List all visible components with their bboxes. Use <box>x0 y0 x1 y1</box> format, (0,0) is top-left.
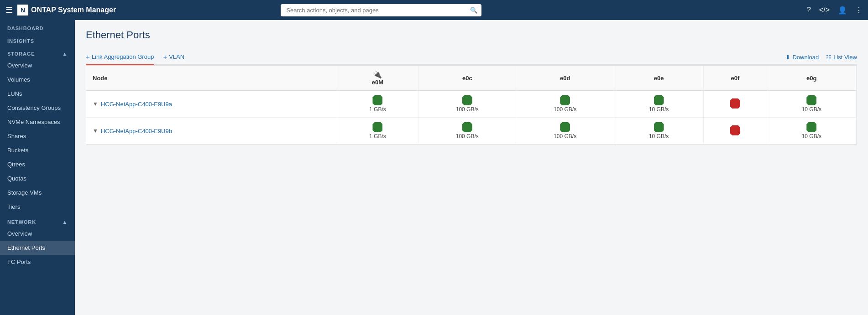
port-e0e-row2: 10 GB/s <box>614 118 703 145</box>
port-e0e-row1: 10 GB/s <box>614 91 703 118</box>
sidebar-item-qtrees[interactable]: Qtrees <box>0 157 75 171</box>
port-status-icon-green <box>462 122 472 132</box>
search-bar: 🔍 <box>281 4 481 16</box>
sidebar-item-ethernet-ports[interactable]: Ethernet Ports <box>0 241 75 255</box>
port-speed: 100 GB/s <box>456 133 479 139</box>
help-icon[interactable]: ? <box>807 6 811 14</box>
sidebar-item-buckets[interactable]: Buckets <box>0 143 75 157</box>
node-link-2[interactable]: HCG-NetApp-C400-E9U9b <box>101 128 172 134</box>
sidebar-item-fc-ports[interactable]: FC Ports <box>0 255 75 269</box>
col-e0c: e0c <box>418 66 516 91</box>
ports-table: Node 🔌 e0M e0c e0d e0e e0f e0g <box>86 66 857 144</box>
topbar: ☰ N ONTAP System Manager 🔍 ? </> 👤 ⋮ <box>0 0 868 20</box>
col-e0f: e0f <box>704 66 767 91</box>
sidebar-item-overview-storage[interactable]: Overview <box>0 58 75 72</box>
sidebar-item-overview-network[interactable]: Overview <box>0 227 75 241</box>
expand-icon-2[interactable]: ▼ <box>93 128 98 134</box>
download-label: Download <box>792 54 819 61</box>
sidebar-item-storage-vms[interactable]: Storage VMs <box>0 186 75 200</box>
sidebar-item-luns[interactable]: LUNs <box>0 87 75 101</box>
topbar-right: ? </> 👤 ⋮ <box>807 6 863 15</box>
sidebar-item-shares[interactable]: Shares <box>0 129 75 143</box>
port-status-icon-green <box>654 95 664 105</box>
port-speed: 10 GB/s <box>802 106 821 113</box>
port-speed: 1 GB/s <box>369 133 386 139</box>
sidebar-item-quotas[interactable]: Quotas <box>0 171 75 186</box>
download-icon: ⬇ <box>785 54 790 61</box>
col-e0g: e0g <box>767 66 856 91</box>
port-speed: 10 GB/s <box>649 133 669 139</box>
e0m-icon: 🔌 <box>344 70 412 79</box>
port-e0f-row1 <box>704 91 767 118</box>
app-logo: N ONTAP System Manager <box>17 5 116 15</box>
add-vlan-button[interactable]: + VLAN <box>163 50 184 64</box>
port-e0g-row1: 10 GB/s <box>767 91 856 118</box>
port-speed: 100 GB/s <box>554 133 576 139</box>
app-title: ONTAP System Manager <box>31 6 116 14</box>
port-status-icon-green <box>560 95 570 105</box>
list-view-button[interactable]: ☷ List View <box>826 54 857 61</box>
code-icon[interactable]: </> <box>819 6 830 14</box>
add-lag-button[interactable]: + Link Aggregation Group <box>86 50 154 65</box>
port-status-icon-green <box>806 95 816 105</box>
port-speed: 1 GB/s <box>369 106 386 113</box>
page-title: Ethernet Ports <box>86 29 857 41</box>
sidebar-item-volumes[interactable]: Volumes <box>0 72 75 87</box>
user-icon[interactable]: 👤 <box>838 6 847 15</box>
add-lag-label: Link Aggregation Group <box>92 53 154 60</box>
port-status-icon-green <box>372 122 382 132</box>
expand-icon-1[interactable]: ▼ <box>93 101 98 107</box>
port-status-icon-green <box>462 95 472 105</box>
toolbar: + Link Aggregation Group + VLAN ⬇ Downlo… <box>86 50 857 65</box>
add-vlan-label: VLAN <box>169 53 184 60</box>
port-speed: 10 GB/s <box>649 106 669 113</box>
sidebar-item-consistency-groups[interactable]: Consistency Groups <box>0 101 75 115</box>
port-e0f-row2 <box>704 118 767 145</box>
port-status-icon-green <box>806 122 816 132</box>
port-e0g-row2: 10 GB/s <box>767 118 856 145</box>
main-layout: DASHBOARD INSIGHTS STORAGE ▲ Overview Vo… <box>0 20 868 315</box>
col-node: Node <box>86 66 337 91</box>
logo-box: N <box>17 5 28 15</box>
grid-icon[interactable]: ⋮ <box>855 6 863 15</box>
search-button[interactable]: 🔍 <box>470 7 478 14</box>
download-button[interactable]: ⬇ Download <box>785 54 819 61</box>
port-speed: 100 GB/s <box>554 106 576 113</box>
toolbar-right: ⬇ Download ☷ List View <box>785 54 857 61</box>
sidebar: DASHBOARD INSIGHTS STORAGE ▲ Overview Vo… <box>0 20 75 315</box>
port-e0m-row1: 1 GB/s <box>337 91 418 118</box>
sidebar-section-network[interactable]: NETWORK ▲ <box>0 214 75 227</box>
sidebar-item-tiers[interactable]: Tiers <box>0 200 75 214</box>
content-area: Ethernet Ports + Link Aggregation Group … <box>75 20 868 315</box>
search-input[interactable] <box>281 4 481 16</box>
port-e0d-row1: 100 GB/s <box>516 91 614 118</box>
col-e0m: 🔌 e0M <box>337 66 418 91</box>
table-header-row: Node 🔌 e0M e0c e0d e0e e0f e0g <box>86 66 857 91</box>
sidebar-section-dashboard[interactable]: DASHBOARD <box>0 20 75 33</box>
list-view-label: List View <box>833 54 857 61</box>
list-view-icon: ☷ <box>826 54 831 61</box>
node-cell-2: ▼ HCG-NetApp-C400-E9U9b <box>86 118 337 145</box>
node-link-1[interactable]: HCG-NetApp-C400-E9U9a <box>101 101 172 108</box>
sidebar-item-nvme-namespaces[interactable]: NVMe Namespaces <box>0 115 75 129</box>
storage-collapse-icon: ▲ <box>62 51 68 57</box>
menu-icon[interactable]: ☰ <box>5 5 13 15</box>
port-e0c-row2: 100 GB/s <box>418 118 516 145</box>
sidebar-section-storage[interactable]: STORAGE ▲ <box>0 46 75 58</box>
col-e0e: e0e <box>614 66 703 91</box>
table-row: ▼ HCG-NetApp-C400-E9U9b 1 GB/s <box>86 118 857 145</box>
port-e0c-row1: 100 GB/s <box>418 91 516 118</box>
port-status-icon-green <box>560 122 570 132</box>
logo-letter: N <box>21 6 25 14</box>
port-status-icon-red <box>730 125 740 135</box>
sidebar-section-insights[interactable]: INSIGHTS <box>0 33 75 46</box>
plus-icon-lag: + <box>86 53 90 61</box>
port-e0d-row2: 100 GB/s <box>516 118 614 145</box>
port-speed: 100 GB/s <box>456 106 479 113</box>
port-status-icon-red <box>730 98 740 108</box>
table-row: ▼ HCG-NetApp-C400-E9U9a 1 GB/s <box>86 91 857 118</box>
node-cell-1: ▼ HCG-NetApp-C400-E9U9a <box>86 91 337 118</box>
ports-table-wrap: Node 🔌 e0M e0c e0d e0e e0f e0g <box>86 65 857 145</box>
network-collapse-icon: ▲ <box>62 219 68 225</box>
port-status-icon-green <box>654 122 664 132</box>
